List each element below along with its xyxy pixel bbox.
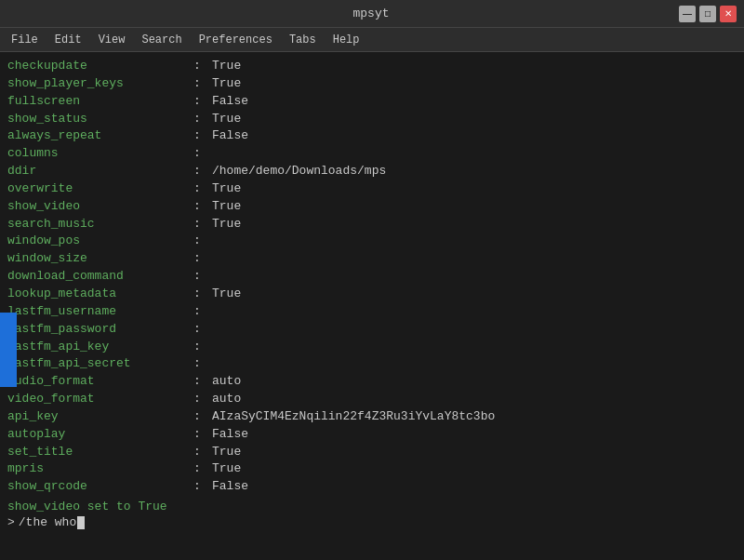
config-key: api_key	[7, 408, 193, 426]
config-val: True	[212, 198, 241, 216]
minimize-button[interactable]: —	[679, 6, 696, 22]
config-key: audio_format	[7, 373, 193, 391]
config-val: True	[212, 460, 241, 478]
config-key: window_pos	[7, 233, 193, 250]
config-val: False	[212, 478, 248, 496]
config-row-lookup_metadata: lookup_metadata:True	[7, 286, 737, 303]
config-row-download_command: download_command:	[7, 268, 737, 286]
config-sep: :	[193, 460, 212, 478]
config-sep: :	[193, 478, 212, 496]
title-bar: mpsyt — □ ✕	[0, 0, 744, 28]
config-row-lastfm_username: lastfm_username:	[7, 303, 737, 321]
config-row-search_music: search_music:True	[7, 216, 737, 233]
config-row-lastfm_password: lastfm_password:	[7, 321, 737, 339]
config-row-window_size: window_size:	[7, 250, 737, 268]
config-key: checkupdate	[7, 58, 193, 75]
config-sep: :	[193, 321, 212, 339]
terminal-window: mpsyt — □ ✕ FileEditViewSearchPreference…	[0, 0, 744, 560]
cursor	[77, 516, 85, 529]
config-row-show_status: show_status:True	[7, 111, 737, 128]
config-val: /home/demo/Downloads/mps	[212, 163, 386, 180]
config-key: set_title	[7, 444, 193, 461]
config-row-ddir: ddir:/home/demo/Downloads/mps	[7, 163, 737, 180]
menu-item-edit[interactable]: Edit	[47, 32, 89, 48]
config-sep: :	[193, 111, 212, 128]
config-sep: :	[193, 408, 212, 426]
config-key: lastfm_username	[7, 303, 193, 321]
config-row-video_format: video_format:auto	[7, 391, 737, 408]
maximize-button[interactable]: □	[699, 6, 716, 22]
config-row-show_player_keys: show_player_keys:True	[7, 75, 737, 93]
prompt-input[interactable]: /the who	[19, 515, 76, 529]
config-val: auto	[212, 391, 241, 408]
config-key: show_player_keys	[7, 75, 193, 93]
config-sep: :	[193, 355, 212, 373]
menu-item-view[interactable]: View	[91, 32, 133, 48]
config-sep: :	[193, 93, 212, 111]
config-key: lookup_metadata	[7, 286, 193, 303]
config-sep: :	[193, 180, 212, 198]
config-key: lastfm_password	[7, 321, 193, 339]
config-val: True	[212, 111, 241, 128]
terminal-body[interactable]: checkupdate:Trueshow_player_keys:Trueful…	[0, 52, 744, 560]
menubar: FileEditViewSearchPreferencesTabsHelp	[0, 28, 744, 52]
config-sep: :	[193, 145, 212, 163]
config-val: True	[212, 444, 241, 461]
config-key: lastfm_api_key	[7, 339, 193, 356]
close-button[interactable]: ✕	[720, 6, 737, 22]
menu-item-preferences[interactable]: Preferences	[192, 32, 280, 48]
config-row-api_key: api_key:AIzaSyCIM4EzNqilin22f4Z3Ru3iYvLa…	[7, 408, 737, 426]
config-key: show_status	[7, 111, 193, 128]
config-sep: :	[193, 163, 212, 180]
config-sep: :	[193, 127, 212, 145]
config-key: show_video	[7, 198, 193, 216]
config-sep: :	[193, 268, 212, 286]
menu-item-search[interactable]: Search	[134, 32, 189, 48]
prompt-line: > /the who	[7, 515, 737, 529]
config-key: search_music	[7, 216, 193, 233]
config-row-lastfm_api_key: lastfm_api_key:	[7, 339, 737, 356]
config-sep: :	[193, 286, 212, 303]
config-key: window_size	[7, 250, 193, 268]
config-sep: :	[193, 75, 212, 93]
config-row-mpris: mpris:True	[7, 460, 737, 478]
config-val: False	[212, 127, 248, 145]
config-row-show_qrcode: show_qrcode:False	[7, 478, 737, 496]
config-table: checkupdate:Trueshow_player_keys:Trueful…	[7, 58, 737, 496]
config-row-columns: columns:	[7, 145, 737, 163]
config-val: True	[212, 58, 241, 75]
config-sep: :	[193, 58, 212, 75]
scroll-indicator	[0, 313, 17, 387]
config-key: autoplay	[7, 426, 193, 444]
config-row-checkupdate: checkupdate:True	[7, 58, 737, 75]
config-key: mpris	[7, 460, 193, 478]
menu-item-help[interactable]: Help	[326, 32, 367, 48]
config-val: True	[212, 75, 241, 93]
config-key: show_qrcode	[7, 478, 193, 496]
config-val: auto	[212, 373, 241, 391]
config-sep: :	[193, 233, 212, 250]
config-sep: :	[193, 373, 212, 391]
window-title: mpsyt	[63, 7, 679, 20]
config-sep: :	[193, 391, 212, 408]
window-controls: — □ ✕	[679, 6, 737, 22]
config-key: columns	[7, 145, 193, 163]
config-sep: :	[193, 250, 212, 268]
config-sep: :	[193, 216, 212, 233]
config-row-fullscreen: fullscreen:False	[7, 93, 737, 111]
config-row-overwrite: overwrite:True	[7, 180, 737, 198]
config-sep: :	[193, 303, 212, 321]
config-row-set_title: set_title:True	[7, 444, 737, 461]
config-val: False	[212, 93, 248, 111]
config-sep: :	[193, 444, 212, 461]
config-key: ddir	[7, 163, 193, 180]
config-key: always_repeat	[7, 127, 193, 145]
status-line: show_video set to True	[7, 500, 737, 513]
config-row-always_repeat: always_repeat:False	[7, 127, 737, 145]
config-key: download_command	[7, 268, 193, 286]
menu-item-tabs[interactable]: Tabs	[282, 32, 324, 48]
config-val: True	[212, 180, 241, 198]
menu-item-file[interactable]: File	[4, 32, 46, 48]
config-sep: :	[193, 198, 212, 216]
config-row-window_pos: window_pos:	[7, 233, 737, 250]
